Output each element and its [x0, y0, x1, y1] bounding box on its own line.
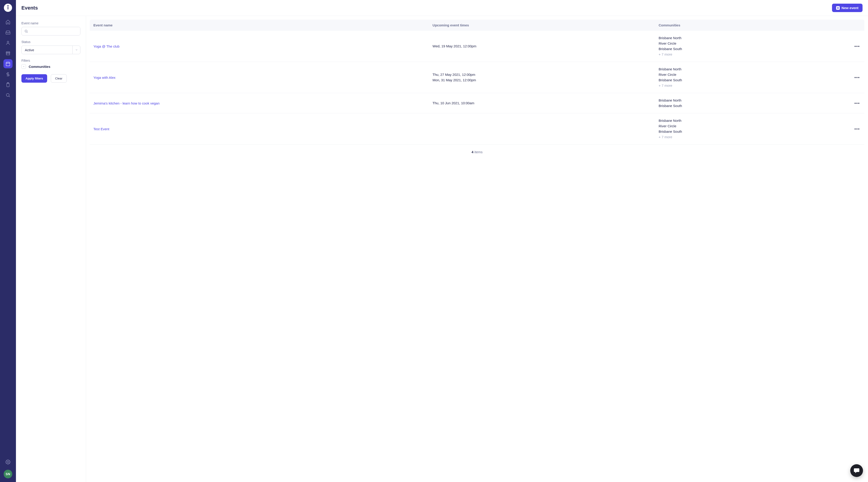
clipboard-icon — [5, 82, 10, 87]
event-times: Thu, 27 May 2021, 12:00pmMon, 31 May 202… — [433, 72, 659, 83]
sidebar-item-inbox[interactable] — [3, 28, 12, 37]
col-communities: Communities — [659, 23, 847, 27]
user-avatar[interactable]: SN — [4, 470, 12, 478]
chat-icon — [854, 468, 860, 474]
event-communities: Brisbane NorthRiver CircleBrisbane South… — [659, 35, 847, 57]
col-upcoming-times: Upcoming event times — [433, 23, 659, 27]
sidebar-nav — [0, 17, 16, 100]
table-row: Jemima's kitchen - learn how to cook veg… — [90, 93, 864, 114]
clear-filters-button[interactable]: Clear — [51, 74, 67, 83]
status-label: Status — [22, 40, 81, 44]
sidebar-item-home[interactable] — [3, 17, 12, 26]
event-name-input[interactable] — [31, 27, 80, 35]
table-row: Yoga @ The clubWed, 19 May 2021, 12:00pm… — [90, 31, 864, 62]
row-actions-button[interactable] — [853, 101, 861, 105]
store-icon — [5, 51, 10, 56]
search-icon — [22, 27, 31, 35]
row-actions-button[interactable] — [853, 44, 861, 48]
events-table: Event name Upcoming event times Communit… — [90, 20, 864, 144]
new-event-button-label: New event — [842, 6, 859, 10]
svg-point-10 — [25, 30, 27, 32]
event-communities: Brisbane NorthRiver CircleBrisbane South… — [659, 66, 847, 88]
event-link[interactable]: Yoga with Alex — [93, 75, 116, 79]
items-label: items — [474, 150, 483, 154]
svg-line-8 — [9, 96, 10, 97]
col-event-name: Event name — [93, 23, 433, 27]
event-times: Wed, 19 May 2021, 12:00pm — [433, 43, 659, 49]
items-count: 4 — [471, 150, 473, 154]
sidebar-item-calendar[interactable] — [3, 59, 12, 68]
billing-icon — [5, 72, 10, 77]
sidebar-item-search[interactable] — [3, 91, 12, 100]
table-footer: 4 items — [90, 144, 864, 159]
svg-rect-1 — [6, 62, 10, 66]
home-icon — [5, 19, 10, 24]
svg-point-9 — [7, 461, 9, 463]
calendar-icon — [5, 61, 10, 66]
row-actions-button[interactable] — [853, 75, 861, 79]
status-select-value: Active — [22, 46, 72, 54]
topbar: Events New event — [16, 0, 868, 16]
sidebar-settings[interactable] — [3, 457, 12, 467]
apply-filters-button[interactable]: Apply filters — [22, 74, 47, 83]
sidebar-item-person[interactable] — [3, 38, 12, 47]
svg-point-0 — [7, 41, 9, 43]
gear-icon — [5, 459, 10, 464]
event-link[interactable]: Jemima's kitchen - learn how to cook veg… — [93, 101, 160, 105]
filters-heading: Filters — [22, 59, 81, 62]
chevron-down-icon — [72, 46, 80, 54]
event-communities: Brisbane NorthRiver CircleBrisbane South… — [659, 118, 847, 140]
search-icon — [5, 93, 10, 98]
page-title: Events — [22, 5, 38, 11]
sidebar-item-clipboard[interactable] — [3, 80, 12, 89]
event-name-input-wrap — [22, 27, 81, 35]
filters-panel: Event name Status Active Fi — [16, 16, 86, 482]
table-row: Test EventBrisbane NorthRiver CircleBris… — [90, 114, 864, 144]
row-actions-button[interactable] — [853, 127, 861, 131]
events-table-area: Event name Upcoming event times Communit… — [86, 16, 868, 482]
new-event-button[interactable]: New event — [832, 4, 863, 12]
svg-line-11 — [27, 32, 28, 33]
app-logo — [4, 4, 12, 12]
table-header-row: Event name Upcoming event times Communit… — [90, 20, 864, 31]
event-link[interactable]: Yoga @ The club — [93, 44, 119, 48]
chat-launcher[interactable] — [850, 464, 863, 477]
person-icon — [5, 40, 10, 45]
communities-filter-toggle[interactable]: Communities — [22, 64, 81, 69]
inbox-icon — [5, 30, 10, 35]
table-row: Yoga with AlexThu, 27 May 2021, 12:00pmM… — [90, 62, 864, 93]
plus-icon — [836, 6, 840, 10]
event-times: Thu, 10 Jun 2021, 10:00am — [433, 100, 659, 106]
sidebar: SN — [0, 0, 16, 482]
svg-point-7 — [6, 94, 9, 97]
status-select[interactable]: Active — [22, 45, 81, 54]
event-link[interactable]: Test Event — [93, 127, 109, 131]
sidebar-item-store[interactable] — [3, 49, 12, 58]
event-communities: Brisbane NorthBrisbane South — [659, 98, 847, 108]
sidebar-item-billing[interactable] — [3, 70, 12, 79]
chevron-down-icon — [22, 64, 26, 69]
communities-filter-label: Communities — [29, 65, 50, 68]
event-name-label: Event name — [22, 22, 81, 25]
